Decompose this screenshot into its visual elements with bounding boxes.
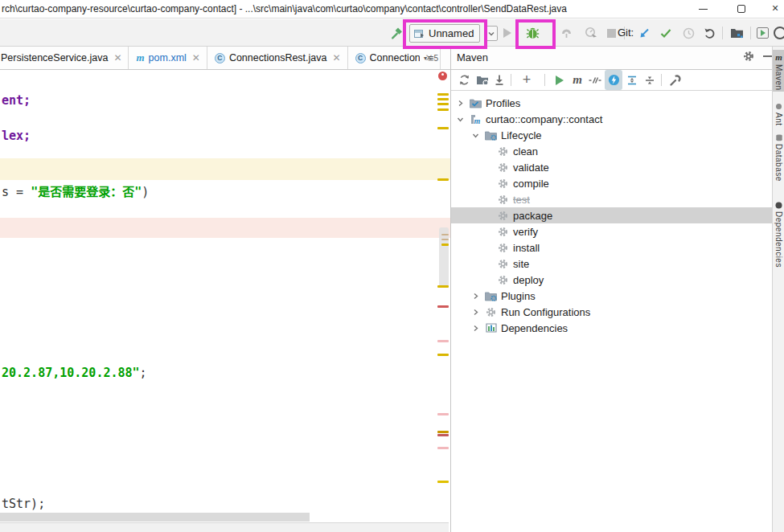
maven-project-icon: m <box>469 114 482 125</box>
error-stripe-mark[interactable] <box>437 431 449 433</box>
maven-goal-icon: m <box>573 73 582 87</box>
tree-item-label: verify <box>513 226 538 238</box>
tree-item-label: Run Configurations <box>501 306 590 318</box>
error-stripe-mark[interactable] <box>437 340 449 342</box>
editor-tab-persistenceservice-java[interactable]: PersistenceService.java✕ <box>0 47 129 69</box>
chevron-right-icon[interactable] <box>470 308 481 317</box>
error-stripe-mark[interactable] <box>437 127 449 129</box>
error-stripe-mark[interactable] <box>437 354 449 356</box>
coverage-button[interactable] <box>558 19 574 47</box>
stripe-button-dependencies[interactable]: Dependencies <box>773 199 784 280</box>
git-commit-button[interactable] <box>657 19 675 47</box>
expand-all-button[interactable] <box>624 70 640 90</box>
run-anything-button[interactable] <box>757 27 769 39</box>
error-stripe-mark[interactable] <box>437 108 449 111</box>
error-stripe-mark[interactable] <box>437 285 449 288</box>
maximize-button[interactable] <box>728 0 755 18</box>
tree-item-validate[interactable]: validate <box>451 159 772 175</box>
editor-tab-connectionsrest-java[interactable]: CConnectionsRest.java✕ <box>207 47 348 69</box>
gear-icon <box>496 243 510 253</box>
git-update-button[interactable] <box>635 19 653 47</box>
offline-mode-toggle[interactable] <box>605 70 622 90</box>
close-button[interactable]: × <box>764 0 784 18</box>
run-maven-build-button[interactable] <box>552 70 568 90</box>
stripe-button-label: Database <box>774 144 783 182</box>
gear-icon <box>496 259 510 269</box>
tree-item-deploy[interactable]: deploy <box>451 272 772 288</box>
error-stripe-mark[interactable] <box>437 413 449 415</box>
code-editor[interactable]: ent; lex; s = "是否需要登录：否") 20.2.87,10.20.… <box>0 70 450 532</box>
error-stripe-mark[interactable] <box>437 434 449 436</box>
tree-item-dependencies[interactable]: Dependencies <box>451 320 772 336</box>
error-stripe-mark[interactable] <box>437 93 449 96</box>
stripe-button-database[interactable]: Database <box>773 132 784 182</box>
tree-item-profiles[interactable]: Profiles <box>451 95 772 111</box>
build-hammer-icon[interactable] <box>388 19 404 47</box>
tree-item-package[interactable]: package <box>451 207 772 223</box>
editor-horizontal-scrollbar[interactable] <box>0 513 310 522</box>
gradle-icon <box>775 202 782 209</box>
chevron-down-icon[interactable] <box>470 131 481 140</box>
generate-sources-button[interactable] <box>474 70 491 90</box>
tree-item-curtao-company-contact[interactable]: mcurtao::company::contact <box>451 111 772 127</box>
error-stripe-mark[interactable] <box>437 305 449 308</box>
chevron-down-icon[interactable] <box>454 115 466 124</box>
chevron-down-icon <box>487 30 495 38</box>
hidden-tabs-button[interactable]: ▾ ≡ 5 <box>424 52 438 64</box>
git-update-icon <box>638 27 651 39</box>
error-stripe-mark[interactable] <box>441 234 449 235</box>
tree-item-compile[interactable]: compile <box>451 175 772 191</box>
editor-vertical-scrollbar[interactable] <box>439 227 449 287</box>
error-stripe-mark[interactable] <box>441 239 449 240</box>
error-stripe-mark[interactable] <box>441 243 449 246</box>
plus-icon: + <box>523 72 532 88</box>
tree-item-run-configurations[interactable]: Run Configurations <box>451 304 772 320</box>
tree-item-verify[interactable]: verify <box>451 223 772 239</box>
toolbar-separator <box>511 74 511 86</box>
skip-tests-toggle[interactable] <box>587 70 603 90</box>
stop-button[interactable] <box>604 19 618 47</box>
run-button[interactable] <box>500 19 515 47</box>
tree-item-plugins[interactable]: Plugins <box>451 288 772 304</box>
maven-settings-gear-button[interactable] <box>741 43 757 70</box>
tree-item-clean[interactable]: clean <box>451 143 772 159</box>
error-stripe-mark[interactable] <box>437 447 449 449</box>
reimport-button[interactable] <box>456 70 472 90</box>
editor-tab-pom-xml[interactable]: mpom.xml✕ <box>129 47 207 69</box>
git-history-button[interactable] <box>679 19 697 47</box>
code-line-annotation: s = "是否需要登录：否") <box>2 182 149 199</box>
close-tab-icon[interactable]: ✕ <box>192 52 200 63</box>
git-rollback-button[interactable] <box>701 19 719 47</box>
error-stripe-mark[interactable] <box>437 481 449 483</box>
error-stripe-mark[interactable] <box>437 98 449 100</box>
chevron-right-icon[interactable] <box>470 292 481 301</box>
minimize-button[interactable] <box>689 0 716 18</box>
tree-item-site[interactable]: site <box>451 256 772 272</box>
collapse-all-button[interactable] <box>642 70 658 90</box>
add-maven-project-button[interactable]: + <box>519 70 535 90</box>
partial-clipped-icon <box>774 27 784 39</box>
java-class-icon: C <box>355 53 366 63</box>
chevron-right-icon[interactable] <box>470 324 481 333</box>
tree-item-label: package <box>513 210 552 222</box>
run-icon <box>503 28 511 38</box>
error-stripe-mark[interactable] <box>437 178 449 181</box>
tree-item-install[interactable]: install <box>451 239 772 256</box>
code-line-import1: ent; <box>2 93 31 108</box>
maven-settings-button[interactable] <box>667 70 683 90</box>
gear-icon <box>496 227 510 237</box>
close-tab-icon[interactable]: ✕ <box>113 52 121 63</box>
download-sources-button[interactable] <box>491 70 507 90</box>
stripe-button-ant[interactable]: Ant <box>773 100 784 129</box>
stripe-button-maven[interactable]: mMaven <box>773 50 784 92</box>
tree-item-lifecycle[interactable]: Lifecycle <box>451 127 772 143</box>
execute-maven-goal-button[interactable]: m <box>569 70 585 90</box>
gear-icon <box>496 194 510 205</box>
tree-item-label: compile <box>513 178 549 190</box>
profiler-button[interactable] <box>583 19 599 47</box>
tree-item-test[interactable]: test <box>451 191 772 207</box>
error-stripe-mark[interactable] <box>437 103 449 105</box>
close-tab-icon[interactable]: ✕ <box>333 52 341 63</box>
error-indicator-icon[interactable] <box>438 72 447 80</box>
chevron-right-icon[interactable] <box>454 99 466 108</box>
